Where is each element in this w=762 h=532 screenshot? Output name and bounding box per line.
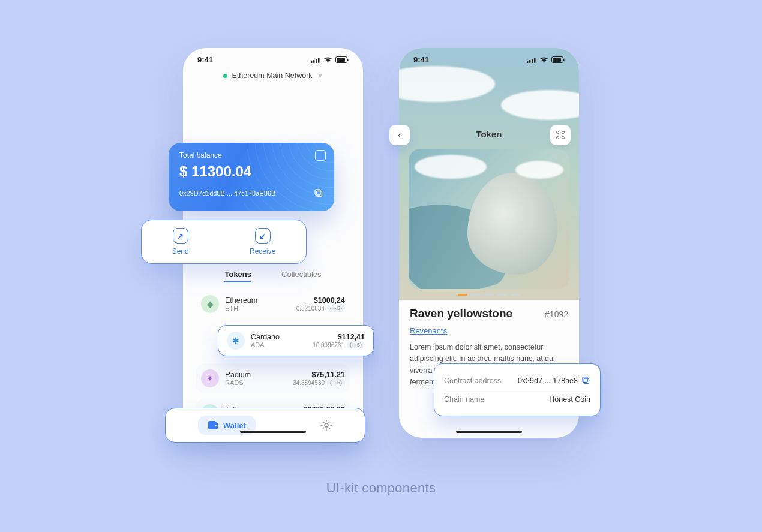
send-icon: ↗	[173, 228, 188, 244]
ethereum-icon: ◆	[201, 295, 219, 313]
svg-rect-18	[553, 58, 561, 62]
token-symbol: RADS	[225, 379, 251, 386]
gear-icon	[320, 419, 332, 431]
send-receive-card: ↗ Send ↙ Receive	[141, 220, 307, 264]
token-name: Ethereum	[225, 296, 257, 305]
token-screen: 9:41 ‹ Token	[399, 48, 579, 438]
notes-icon[interactable]	[315, 150, 326, 161]
wallet-screen: 9:41 Ethereum Main Network ▼ Total balan…	[183, 48, 363, 438]
status-time: 9:41	[197, 55, 213, 64]
nav-settings[interactable]	[320, 419, 332, 431]
contract-card: Contract address 0x29d7 ... 178ae8 Chain…	[434, 363, 601, 416]
status-dot-icon	[223, 74, 227, 78]
contract-address-label: Contract address	[444, 377, 501, 385]
page-dot-3[interactable]	[484, 294, 494, 296]
wallet-tabs: Tokens Collectibles	[183, 270, 363, 282]
token-value: $112,41	[313, 333, 365, 341]
network-selector[interactable]: Ethereum Main Network ▼	[183, 71, 363, 80]
status-bar: 9:41	[183, 48, 363, 64]
token-row-ada-selected[interactable]: ✱ Cardano ADA $112,41 10.0996761(→5)	[218, 325, 374, 356]
token-change: (→5)	[347, 341, 365, 348]
svg-rect-7	[317, 191, 322, 197]
page-dot-5[interactable]	[511, 294, 520, 296]
token-row-eth[interactable]: ◆ Ethereum ETH $1000,24 0.3210834(→5)	[196, 289, 350, 319]
receive-button[interactable]: ↙ Receive	[250, 228, 275, 256]
page-dot-1[interactable]	[458, 294, 467, 296]
token-name: Cardano	[251, 333, 280, 341]
token-change: (→5)	[327, 379, 345, 386]
copy-icon[interactable]	[581, 376, 590, 385]
nft-name: Raven yellowstone	[410, 307, 512, 320]
cardano-icon: ✱	[227, 332, 245, 350]
nft-id: #1092	[545, 309, 568, 319]
status-icons	[311, 56, 349, 63]
svg-rect-5	[337, 58, 345, 62]
page-dot-4[interactable]	[497, 294, 507, 296]
svg-point-12	[325, 423, 328, 427]
status-icons	[527, 56, 565, 63]
battery-icon	[335, 56, 349, 63]
svg-rect-16	[534, 58, 536, 63]
caption: UI-kit components	[0, 480, 762, 496]
radium-icon: ✦	[201, 369, 219, 387]
home-indicator	[240, 431, 306, 433]
contract-address-value: 0x29d7 ... 178ae8	[518, 377, 578, 385]
chain-name-value: Honest Coin	[549, 395, 590, 404]
receive-icon: ↙	[255, 228, 271, 244]
network-label: Ethereum Main Network	[232, 71, 313, 80]
receive-label: Receive	[250, 247, 275, 256]
token-symbol: ADA	[251, 341, 280, 348]
svg-rect-6	[347, 59, 349, 61]
svg-rect-0	[311, 61, 313, 63]
svg-rect-8	[315, 190, 320, 195]
svg-rect-2	[316, 59, 317, 63]
status-bar: 9:41	[399, 48, 579, 64]
bottom-nav: Wallet	[165, 408, 365, 443]
nav-wallet-label: Wallet	[223, 421, 246, 430]
svg-rect-1	[313, 60, 315, 63]
balance-card: Total balance $ 11300.04 0x29D7d1dd5B ..…	[169, 143, 334, 211]
token-amount: 0.3210834	[296, 305, 325, 312]
svg-rect-15	[532, 59, 533, 63]
wallet-address: 0x29D7d1dd5B ... 47c178aE86B	[179, 190, 275, 197]
chevron-down-icon: ▼	[317, 73, 323, 79]
signal-icon	[311, 57, 320, 63]
nft-image[interactable]	[409, 149, 569, 289]
tab-tokens[interactable]: Tokens	[224, 270, 251, 282]
grid-icon	[556, 131, 565, 139]
token-change: (→5)	[327, 305, 345, 312]
token-row-rads[interactable]: ✦ Radium RADS $75,11.21 34.8894530(→5)	[196, 363, 350, 393]
page-dot-2[interactable]	[471, 294, 481, 296]
token-name: Radium	[225, 371, 251, 379]
wifi-icon	[323, 56, 332, 63]
home-indicator	[456, 431, 522, 433]
svg-rect-10	[208, 421, 216, 424]
image-pagination[interactable]	[399, 294, 579, 296]
svg-rect-13	[527, 61, 529, 63]
svg-rect-20	[584, 378, 589, 383]
token-value: $75,11.21	[293, 371, 345, 379]
wallet-icon	[208, 420, 218, 430]
send-button[interactable]: ↗ Send	[172, 228, 189, 256]
copy-icon[interactable]	[314, 188, 323, 198]
wifi-icon	[539, 56, 548, 63]
token-amount: 10.0996761	[313, 342, 344, 348]
collection-link[interactable]: Revenants	[410, 326, 447, 335]
status-time: 9:41	[413, 55, 429, 64]
balance-amount: $ 11300.04	[179, 163, 323, 180]
signal-icon	[527, 57, 536, 63]
svg-rect-14	[529, 60, 531, 63]
token-amount: 34.8894530	[293, 380, 325, 386]
token-value: $1000,24	[296, 296, 345, 305]
svg-rect-21	[583, 377, 587, 382]
svg-point-11	[215, 425, 217, 427]
chain-name-label: Chain name	[444, 395, 484, 404]
battery-icon	[551, 56, 565, 63]
token-symbol: ETH	[225, 305, 257, 312]
svg-rect-19	[563, 59, 565, 61]
tab-collectibles[interactable]: Collectibles	[281, 270, 321, 282]
balance-label: Total balance	[179, 151, 323, 160]
send-label: Send	[172, 247, 189, 256]
menu-button[interactable]	[550, 125, 571, 145]
svg-rect-3	[318, 58, 320, 63]
